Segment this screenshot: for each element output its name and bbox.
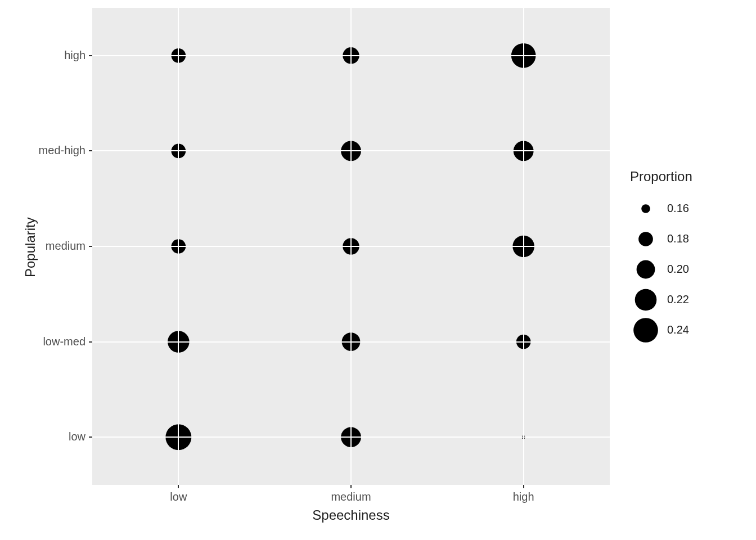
- x-tick-label: medium: [317, 490, 385, 503]
- x-tick: [523, 485, 524, 488]
- y-tick: [89, 150, 92, 151]
- y-tick-label: high: [64, 49, 86, 62]
- x-tick-label: low: [145, 490, 212, 503]
- legend-label: 0.16: [667, 202, 689, 215]
- y-tick: [89, 55, 92, 56]
- x-tick: [178, 485, 179, 488]
- y-tick-label: low-med: [43, 335, 86, 348]
- y-tick: [89, 436, 92, 438]
- legend-label: 0.22: [667, 293, 689, 306]
- y-tick-label: medium: [46, 240, 86, 253]
- gridline-horizontal: [92, 436, 610, 438]
- legend-glyph: [633, 318, 658, 343]
- legend-glyphs: [0, 0, 756, 540]
- legend-glyph: [637, 260, 655, 279]
- legend-label: 0.18: [667, 232, 689, 245]
- chart-root: Speechiness Popularity Proportion lowmed…: [0, 0, 756, 540]
- legend-label: 0.20: [667, 263, 689, 276]
- y-tick-label: med-high: [39, 144, 86, 157]
- legend-label: 0.24: [667, 323, 689, 336]
- y-tick: [89, 341, 92, 343]
- y-tick: [89, 246, 92, 247]
- legend-glyph: [641, 204, 650, 213]
- gridline-horizontal: [92, 150, 610, 151]
- x-tick: [350, 485, 352, 488]
- gridline-horizontal: [92, 55, 610, 56]
- gridline-horizontal: [92, 341, 610, 343]
- x-tick-label: high: [490, 490, 557, 503]
- gridline-horizontal: [92, 246, 610, 247]
- legend-glyph: [635, 289, 657, 311]
- y-tick-label: low: [69, 430, 86, 443]
- legend-glyph: [638, 232, 653, 246]
